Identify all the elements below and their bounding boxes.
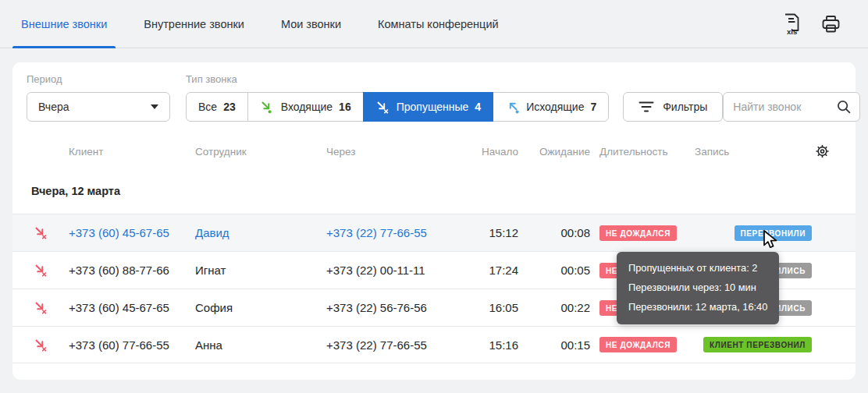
employee-link[interactable]: Анна <box>195 338 326 352</box>
filters-row: Период Вчера Тип звонка Все 23 <box>12 62 856 122</box>
waiting-time: 00:05 <box>518 264 590 277</box>
column-employee: Сотрудник <box>195 146 326 158</box>
column-via: Через <box>326 146 450 158</box>
missed-call-icon <box>375 100 390 115</box>
tab-label: Внутренние звонки <box>144 18 244 30</box>
employee-link[interactable]: Давид <box>195 226 326 239</box>
start-time: 15:12 <box>450 226 518 239</box>
period-group: Период Вчера <box>27 73 170 122</box>
print-button[interactable] <box>820 14 841 35</box>
tab-label: Мои звонки <box>281 18 341 30</box>
filters-button-label: Фильтры <box>663 101 707 113</box>
via-phone-link[interactable]: +373 (22) 77-66-55 <box>326 226 450 239</box>
client-phone-link[interactable]: +373 (60) 77-66-55 <box>69 338 195 352</box>
outgoing-call-icon <box>505 100 520 115</box>
waiting-time: 00:08 <box>518 226 590 239</box>
call-type-cell <box>12 225 69 240</box>
result-badge[interactable]: ПЕРЕЗВОНИЛИ <box>735 225 812 241</box>
period-label: Период <box>27 73 170 85</box>
missed-call-icon <box>34 225 48 240</box>
table-header: Клиент Сотрудник Через Начало Ожидание Д… <box>12 136 856 167</box>
filters-button-group: Фильтры <box>609 92 723 122</box>
via-phone-link[interactable]: +373 (22) 00-11-11 <box>326 264 450 277</box>
segment-label: Исходящие <box>526 101 584 113</box>
segment-missed[interactable]: Пропущенные 4 <box>363 92 493 122</box>
status-cell: НЕ ДОЖДАЛСЯ <box>590 337 682 352</box>
call-type-cell <box>12 338 69 352</box>
segment-label: Входящие <box>281 101 333 113</box>
call-type-segments: Все 23 Входящие 16 <box>186 92 609 122</box>
tab-my-calls[interactable]: Мои звонки <box>281 0 341 48</box>
table-row[interactable]: +373 (60) 77-66-55 Анна +373 (22) 77-66-… <box>12 326 856 363</box>
result-cell: КЛИЕНТ ПЕРЕЗВОНИЛ <box>682 337 856 352</box>
tooltip-line: Перезвонили: 12 марта, 16:40 <box>628 301 767 313</box>
xls-document-icon: xls <box>781 12 802 36</box>
tab-internal-calls[interactable]: Внутренние звонки <box>144 0 244 48</box>
status-badge: НЕ ДОЖДАЛСЯ <box>599 225 677 241</box>
column-client: Клиент <box>69 146 195 158</box>
employee-link[interactable]: София <box>195 301 326 314</box>
top-tab-bar: Внешние звонки Внутренние звонки Мои зво… <box>0 0 868 48</box>
via-phone-link[interactable]: +373 (22) 56-76-56 <box>326 301 450 314</box>
export-xls-button[interactable]: xls <box>781 12 802 36</box>
status-badge: НЕ ДОЖДАЛСЯ <box>599 337 677 352</box>
callback-tooltip: Пропущенных от клиента: 2 Перезвонили че… <box>617 252 779 324</box>
segment-count: 4 <box>475 101 481 113</box>
missed-call-icon <box>34 300 48 315</box>
employee-link[interactable]: Игнат <box>195 264 326 277</box>
header-actions: xls <box>781 12 841 36</box>
table-row[interactable]: +373 (60) 45-67-65 Давид +373 (22) 77-66… <box>12 214 856 251</box>
call-type-label: Тип звонка <box>186 73 609 85</box>
missed-call-icon <box>34 263 48 278</box>
day-section-title: Вчера, 12 марта <box>12 167 856 214</box>
missed-call-icon <box>34 338 48 352</box>
column-duration: Длительность <box>590 146 682 158</box>
client-phone-link[interactable]: +373 (60) 88-77-66 <box>69 264 195 277</box>
via-phone-link[interactable]: +373 (22) 77-66-55 <box>326 338 450 352</box>
column-waiting: Ожидание <box>518 146 590 158</box>
call-type-cell <box>12 263 69 278</box>
client-phone-link[interactable]: +373 (60) 45-67-65 <box>69 226 195 239</box>
svg-text:xls: xls <box>787 27 797 36</box>
filters-button[interactable]: Фильтры <box>623 92 723 122</box>
call-type-group: Тип звонка Все 23 Входящие 16 <box>186 73 609 122</box>
start-time: 17:24 <box>450 264 518 277</box>
segment-count: 23 <box>223 101 236 113</box>
waiting-time: 00:15 <box>518 338 590 352</box>
status-cell: НЕ ДОЖДАЛСЯ <box>590 225 682 241</box>
segment-label: Пропущенные <box>397 101 469 113</box>
call-type-cell <box>12 300 69 315</box>
search-box <box>723 92 860 122</box>
tab-conference-rooms[interactable]: Комнаты конференций <box>378 0 499 48</box>
result-cell: ПЕРЕЗВОНИЛИ <box>682 225 856 241</box>
segment-incoming[interactable]: Входящие 16 <box>247 92 364 122</box>
segment-count: 7 <box>590 101 596 113</box>
tab-label: Внешние звонки <box>21 18 107 30</box>
tooltip-line: Пропущенных от клиента: 2 <box>628 262 767 274</box>
waiting-time: 00:22 <box>518 301 590 314</box>
search-icon[interactable] <box>836 99 852 115</box>
calls-report-card: Период Вчера Тип звонка Все 23 <box>12 62 856 380</box>
table-settings-button[interactable] <box>814 143 831 160</box>
printer-icon <box>820 14 841 35</box>
start-time: 15:16 <box>450 338 518 352</box>
column-start: Начало <box>450 146 518 158</box>
gear-icon <box>814 143 831 160</box>
tab-label: Комнаты конференций <box>378 18 499 30</box>
segment-all[interactable]: Все 23 <box>186 92 248 122</box>
result-badge[interactable]: КЛИЕНТ ПЕРЕЗВОНИЛ <box>703 337 812 352</box>
segment-label: Все <box>198 101 217 113</box>
segment-outgoing[interactable]: Исходящие 7 <box>493 92 609 122</box>
start-time: 16:05 <box>450 301 518 314</box>
period-dropdown[interactable]: Вчера <box>27 92 170 122</box>
search-input[interactable] <box>733 101 836 113</box>
filter-lines-icon <box>639 101 654 113</box>
tab-external-calls[interactable]: Внешние звонки <box>21 0 107 48</box>
client-phone-link[interactable]: +373 (60) 45-67-65 <box>69 301 195 314</box>
tooltip-line: Перезвонили через: 10 мин <box>628 281 767 293</box>
period-value: Вчера <box>38 101 69 113</box>
chevron-down-icon <box>151 104 158 109</box>
incoming-call-icon <box>260 100 275 115</box>
segment-count: 16 <box>339 101 351 113</box>
